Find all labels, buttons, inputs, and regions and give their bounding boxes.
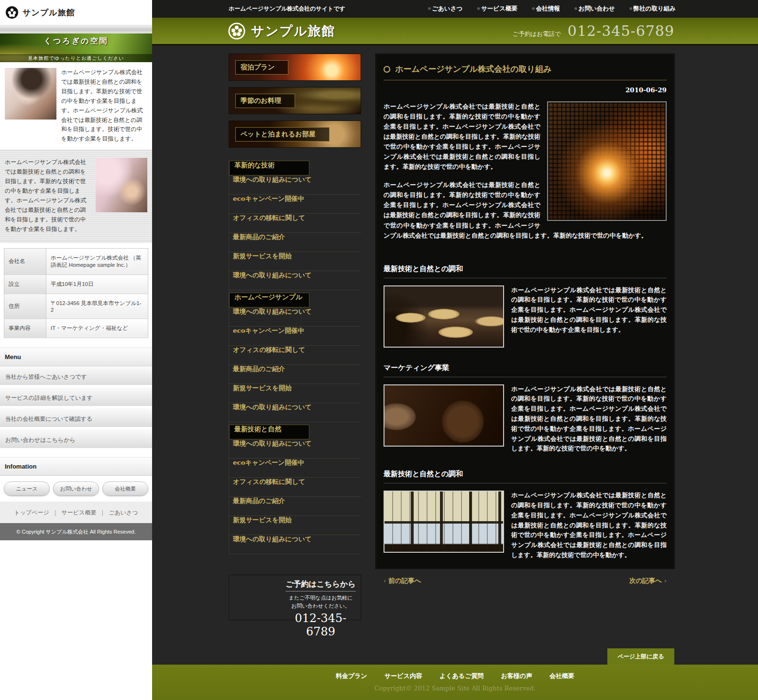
top-bar: ホームページサンプル株式会社のサイトです ごあいさつ サービス概要 会社情報 お… — [152, 0, 758, 18]
hero-title: くつろぎの空間 — [0, 36, 152, 46]
table-row: 住所 〒012-3456 見本県見本市サンプル1-2 — [4, 294, 148, 318]
nav-item[interactable]: ecoキャンペーン開催中 — [229, 195, 361, 214]
nav-item[interactable]: オフィスの移転に関して — [229, 214, 361, 233]
staff-portrait-photo — [5, 68, 56, 120]
article-panel: ホームページサンプル株式会社の取り組み 2010-06-29 ホームページサンプ… — [375, 54, 675, 569]
company-info-table-wrap: 会社名 ホームページサンプル株式会社 （英語表記 Homepage sample… — [0, 242, 152, 341]
hero-subtitle: 見本旅館でゆったりとお過ごしください — [0, 54, 152, 62]
reservation-note: またご不明な点はお気軽に お問い合わせください。 — [286, 594, 356, 610]
menu-section-title: Menu — [0, 348, 152, 366]
middle-column: 宿泊プラン 季節のお料理 ペットと泊まれるお部屋 革新的な技術 環境への取り組み… — [229, 54, 361, 620]
nav-item[interactable]: 環境への取り組みについて — [229, 307, 361, 327]
lantern-photo — [547, 101, 667, 221]
nav-item[interactable]: 新規サービスを開始 — [229, 252, 361, 271]
phone-number: 012-345-6789 — [568, 22, 674, 39]
back-to-top-button[interactable]: ページ上部に戻る — [607, 648, 674, 665]
nav-item[interactable]: ecoキャンペーン開催中 — [229, 459, 361, 478]
sidebar-copyright: © Copyright サンプル株式会社 All Rights Reseved. — [0, 523, 152, 540]
nav-group-header-2[interactable]: ホームページサンプル — [229, 293, 309, 307]
article-section-3: 最新技術と自然との調和 ホームページサンプル株式会社では最新技術と自然との調和を… — [384, 470, 667, 560]
banner-seasonal-cuisine[interactable]: 季節のお料理 — [229, 87, 361, 114]
header-phone: ご予約はお電話で 012-345-6789 — [513, 22, 674, 39]
article-title: ホームページサンプル株式会社の取り組み — [395, 64, 551, 75]
nav-item[interactable]: オフィスの移転に関して — [229, 346, 361, 365]
nav-item[interactable]: 新規サービスを開始 — [229, 516, 361, 535]
banner-lodging-plan[interactable]: 宿泊プラン — [229, 54, 361, 81]
company-overview-button[interactable]: 会社概要 — [102, 481, 148, 496]
contact-button[interactable]: お問い合わせ — [53, 481, 99, 496]
nav-company-info[interactable]: 会社情報 — [532, 5, 560, 13]
link-top-page[interactable]: トップページ — [14, 509, 49, 516]
table-value: 平成10年1月10日 — [46, 274, 148, 294]
article-lead: ホームページサンプル株式会社では最新技術と自然との調和を目指します。革新的な技術… — [384, 101, 667, 249]
section-heading: 最新技術と自然との調和 — [384, 470, 667, 483]
nav-group-header-1[interactable]: 革新的な技術 — [229, 161, 309, 175]
table-value: IT・マーケティング・福祉など — [46, 318, 148, 338]
section-text: ホームページサンプル株式会社では最新技術と自然との調和を目指します。革新的な技術… — [511, 491, 667, 560]
banner-label: 季節のお料理 — [235, 94, 295, 108]
banner-label: 宿泊プラン — [235, 60, 288, 75]
nav-item[interactable]: オフィスの移転に関して — [229, 478, 361, 497]
nav-group-header-3[interactable]: 最新技術と自然 — [229, 425, 309, 439]
nav-item[interactable]: 環境への取り組みについて — [229, 535, 361, 554]
nav-item[interactable]: 最新商品のご紹介 — [229, 233, 361, 252]
section-heading: マーケティング事業 — [384, 363, 667, 377]
reservation-title: ご予約はこちらから — [286, 580, 356, 591]
footer-copyright: Copyright© 2012 Sample Site All Rights R… — [152, 685, 758, 692]
nav-greeting[interactable]: ごあいさつ — [428, 5, 462, 13]
site-tagline: ホームページサンプル株式会社のサイトです — [229, 5, 345, 13]
nav-service-overview[interactable]: サービス概要 — [477, 5, 517, 13]
section-text: ホームページサンプル株式会社では最新技術と自然との調和を目指します。革新的な技術… — [511, 384, 667, 454]
crest-logo-icon — [6, 6, 18, 19]
nav-item[interactable]: 新規サービスを開始 — [229, 384, 361, 403]
nav-item[interactable]: ecoキャンペーン開催中 — [229, 327, 361, 346]
sidebar-logo-row[interactable]: サンプル旅館 — [0, 0, 152, 25]
footer-link-faq[interactable]: よくあるご質問 — [439, 672, 484, 680]
nav-initiatives[interactable]: 弊社の取り組み — [629, 5, 676, 13]
sidebar-menu-item-contact[interactable]: お問い合わせはこちらから — [0, 429, 152, 450]
nav-item[interactable]: 最新商品のご紹介 — [229, 365, 361, 384]
phone-label: ご予約はお電話で — [513, 30, 561, 38]
footer-link-voices[interactable]: お客様の声 — [501, 672, 532, 680]
previous-article-link[interactable]: 前の記事へ — [384, 577, 421, 585]
section-text: ホームページサンプル株式会社では最新技術と自然との調和を目指します。革新的な技術… — [511, 285, 667, 348]
news-button[interactable]: ニュース — [4, 481, 50, 496]
nav-contact[interactable]: お問い合わせ — [574, 5, 615, 13]
sidebar-menu-item-company[interactable]: 当社の会社概要について確認する — [0, 408, 152, 429]
iron-teapot-photo — [384, 384, 504, 447]
crest-logo-icon — [228, 22, 246, 40]
cherry-blossom-photo — [96, 158, 147, 212]
nav-item[interactable]: 環境への取り組みについて — [229, 175, 361, 195]
nav-item[interactable]: 最新商品のご紹介 — [229, 497, 361, 516]
article-title-row: ホームページサンプル株式会社の取り組み — [384, 64, 667, 80]
nav-item[interactable]: 環境への取り組みについて — [229, 439, 361, 459]
brand-name: サンプル旅館 — [251, 22, 336, 40]
banner-pet-rooms[interactable]: ペットと泊まれるお部屋 — [229, 120, 361, 148]
nav-item[interactable]: 環境への取り組みについて — [229, 271, 361, 290]
reservation-banner[interactable]: ご予約はこちらから またご不明な点はお気軽に お問い合わせください。 012-3… — [229, 575, 361, 620]
irori-hearth-photo — [384, 285, 504, 348]
brand[interactable]: サンプル旅館 — [228, 22, 336, 40]
table-label: 会社名 — [4, 248, 46, 274]
footer-link-services[interactable]: サービス内容 — [384, 672, 422, 680]
left-sidebar: サンプル旅館 くつろぎの空間 見本旅館でゆったりとお過ごしください ホームページ… — [0, 0, 152, 700]
table-row: 会社名 ホームページサンプル株式会社 （英語表記 Homepage sample… — [4, 248, 148, 274]
shoji-window-photo — [384, 491, 504, 553]
footer-link-company[interactable]: 会社概要 — [549, 672, 574, 680]
sidebar-menu-item-greeting[interactable]: 当社から皆様へごあいさつです — [0, 366, 152, 387]
information-section-title: Infomation — [0, 457, 152, 476]
footer-link-pricing[interactable]: 料金プラン — [336, 672, 367, 680]
banner-label: ペットと泊まれるお部屋 — [235, 127, 330, 142]
table-value: ホームページサンプル株式会社 （英語表記 Homepage sample Inc… — [46, 248, 148, 274]
link-greeting[interactable]: ごあいさつ — [96, 509, 138, 516]
page: サンプル旅館 くつろぎの空間 見本旅館でゆったりとお過ごしください ホームページ… — [0, 0, 758, 700]
link-service-overview[interactable]: サービス概要 — [49, 509, 97, 516]
sidebar-menu-item-services[interactable]: サービスの詳細を解説しています — [0, 387, 152, 408]
intro-text-1: ホームページサンプル株式会社では最新技術と自然との調和を目指します。革新的な技術… — [61, 68, 147, 144]
article-pagination: 前の記事へ 次の記事へ — [384, 577, 667, 585]
nav-item[interactable]: 環境への取り組みについて — [229, 403, 361, 422]
next-article-link[interactable]: 次の記事へ — [629, 577, 667, 585]
table-row: 設立 平成10年1月10日 — [4, 274, 148, 294]
article-date: 2010-06-29 — [384, 86, 667, 94]
table-row: 事業内容 IT・マーケティング・福祉など — [4, 318, 148, 338]
